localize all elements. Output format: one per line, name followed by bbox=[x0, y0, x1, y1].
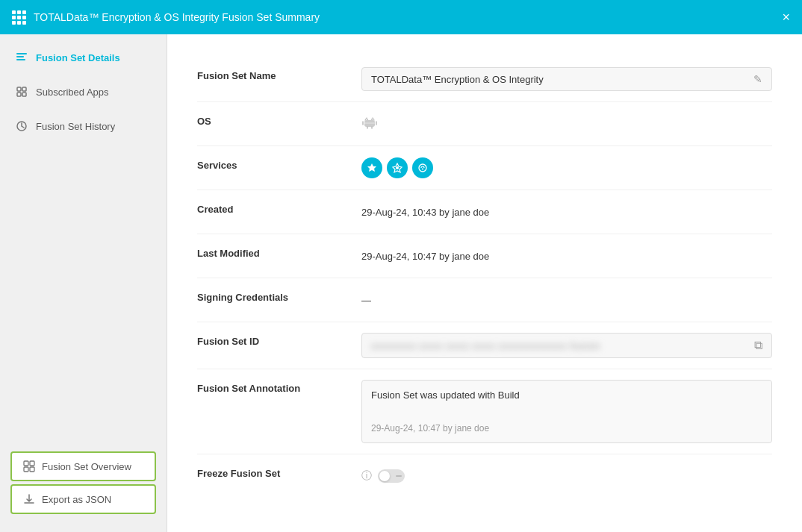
service-badge-3 bbox=[412, 157, 433, 178]
field-row-name: Fusion Set Name TOTALData™ Encryption & … bbox=[197, 57, 772, 102]
annotation-meta: 29-Aug-24, 10:47 by jane doe bbox=[371, 423, 762, 434]
fusion-set-overview-button[interactable]: Fusion Set Overview bbox=[10, 451, 156, 481]
svg-point-17 bbox=[422, 169, 423, 170]
fusion-set-name-input[interactable]: TOTALData™ Encryption & OS Integrity ✎ bbox=[361, 67, 772, 91]
subscribed-apps-icon bbox=[15, 85, 28, 98]
field-label-fusion-set-id: Fusion Set ID bbox=[197, 333, 346, 347]
svg-rect-9 bbox=[30, 461, 34, 466]
field-label-freeze: Freeze Fusion Set bbox=[197, 465, 346, 479]
field-value-signing-credentials: — bbox=[361, 289, 772, 311]
edit-icon[interactable]: ✎ bbox=[753, 73, 762, 85]
export-json-button[interactable]: Export as JSON bbox=[10, 484, 156, 514]
header: TOTALData™ Encryption & OS Integrity Fus… bbox=[0, 0, 802, 34]
svg-point-15 bbox=[396, 166, 399, 169]
svg-rect-11 bbox=[30, 467, 34, 472]
freeze-toggle-container: ⓘ bbox=[361, 469, 405, 483]
field-value-name: TOTALData™ Encryption & OS Integrity ✎ bbox=[361, 67, 772, 91]
field-label-last-modified: Last Modified bbox=[197, 245, 346, 259]
sidebar-item-label-fusion-set-details: Fusion Set Details bbox=[36, 52, 120, 63]
export-json-label: Export as JSON bbox=[42, 494, 111, 505]
fusion-set-id-field[interactable]: xxxxxxxx-xxxx-xxxx-xxxx-xxxxxxxxxxxx-fus… bbox=[361, 333, 772, 358]
info-icon[interactable]: ⓘ bbox=[361, 469, 372, 483]
field-value-freeze: ⓘ bbox=[361, 465, 772, 487]
sidebar-item-label-fusion-set-history: Fusion Set History bbox=[36, 121, 115, 132]
svg-rect-6 bbox=[22, 93, 26, 96]
overview-icon bbox=[22, 460, 36, 473]
main-content: Fusion Set Name TOTALData™ Encryption & … bbox=[167, 34, 802, 532]
field-row-last-modified: Last Modified 29-Aug-24, 10:47 by jane d… bbox=[197, 234, 772, 278]
grid-icon bbox=[12, 10, 26, 25]
header-title: TOTALData™ Encryption & OS Integrity Fus… bbox=[34, 11, 320, 23]
field-value-annotation: Fusion Set was updated with Build 29-Aug… bbox=[361, 380, 772, 443]
svg-rect-10 bbox=[24, 467, 28, 472]
field-row-os: OS bbox=[197, 102, 772, 146]
android-icon bbox=[361, 114, 378, 134]
field-value-os bbox=[361, 113, 772, 135]
last-modified-value: 29-Aug-24, 10:47 by jane doe bbox=[361, 251, 489, 262]
field-row-annotation: Fusion Set Annotation Fusion Set was upd… bbox=[197, 369, 772, 454]
field-row-freeze: Freeze Fusion Set ⓘ bbox=[197, 454, 772, 498]
svg-point-13 bbox=[371, 119, 373, 120]
field-label-created: Created bbox=[197, 201, 346, 215]
field-row-created: Created 29-Aug-24, 10:43 by jane doe bbox=[197, 190, 772, 234]
annotation-text: Fusion Set was updated with Build bbox=[371, 389, 762, 401]
field-label-name: Fusion Set Name bbox=[197, 67, 346, 81]
sidebar-item-label-subscribed-apps: Subscribed Apps bbox=[36, 87, 109, 98]
sidebar-bottom: Fusion Set Overview Export as JSON bbox=[0, 448, 167, 532]
field-label-signing-credentials: Signing Credentials bbox=[197, 289, 346, 303]
field-value-services bbox=[361, 157, 772, 179]
service-badge-2 bbox=[387, 157, 408, 178]
fusion-set-id-blurred: xxxxxxxx-xxxx-xxxx-xxxx-xxxxxxxxxxxx-fus… bbox=[371, 340, 600, 351]
annotation-box: Fusion Set was updated with Build 29-Aug… bbox=[361, 380, 772, 443]
download-icon bbox=[22, 492, 36, 506]
field-value-last-modified: 29-Aug-24, 10:47 by jane doe bbox=[361, 245, 772, 267]
header-left: TOTALData™ Encryption & OS Integrity Fus… bbox=[12, 10, 320, 25]
sidebar-item-fusion-set-history[interactable]: Fusion Set History bbox=[0, 109, 167, 143]
svg-rect-8 bbox=[24, 461, 28, 466]
sidebar: Fusion Set Details Subscribed Apps bbox=[0, 34, 167, 532]
svg-rect-5 bbox=[17, 93, 21, 96]
field-value-created: 29-Aug-24, 10:43 by jane doe bbox=[361, 201, 772, 223]
svg-rect-3 bbox=[17, 87, 21, 91]
svg-rect-0 bbox=[16, 53, 27, 54]
field-label-services: Services bbox=[197, 157, 346, 171]
field-row-services: Services bbox=[197, 146, 772, 190]
svg-point-12 bbox=[367, 119, 368, 120]
toggle-knob bbox=[379, 471, 390, 481]
close-button[interactable]: × bbox=[782, 10, 790, 24]
sidebar-item-subscribed-apps[interactable]: Subscribed Apps bbox=[0, 75, 167, 109]
svg-rect-14 bbox=[364, 120, 375, 127]
copy-icon[interactable]: ⧉ bbox=[754, 339, 762, 352]
main-layout: Fusion Set Details Subscribed Apps bbox=[0, 34, 802, 532]
svg-rect-1 bbox=[16, 56, 24, 57]
created-value: 29-Aug-24, 10:43 by jane doe bbox=[361, 207, 489, 218]
svg-rect-2 bbox=[16, 59, 25, 60]
freeze-toggle[interactable] bbox=[378, 469, 405, 483]
field-row-fusion-set-id: Fusion Set ID xxxxxxxx-xxxx-xxxx-xxxx-xx… bbox=[197, 322, 772, 369]
sidebar-item-fusion-set-details[interactable]: Fusion Set Details bbox=[0, 40, 167, 75]
svg-rect-4 bbox=[22, 87, 26, 91]
fusion-set-history-icon bbox=[15, 119, 28, 133]
fusion-set-name-text: TOTALData™ Encryption & OS Integrity bbox=[371, 74, 544, 85]
svg-point-16 bbox=[419, 164, 426, 172]
signing-credentials-value: — bbox=[361, 295, 371, 306]
field-row-signing-credentials: Signing Credentials — bbox=[197, 278, 772, 322]
field-label-annotation: Fusion Set Annotation bbox=[197, 380, 346, 394]
field-label-os: OS bbox=[197, 113, 346, 127]
field-value-fusion-set-id: xxxxxxxx-xxxx-xxxx-xxxx-xxxxxxxxxxxx-fus… bbox=[361, 333, 772, 358]
fusion-set-overview-label: Fusion Set Overview bbox=[42, 461, 131, 472]
service-badges bbox=[361, 157, 433, 178]
service-badge-1 bbox=[361, 157, 382, 178]
toggle-line bbox=[396, 475, 402, 477]
fusion-set-details-icon bbox=[15, 51, 28, 64]
